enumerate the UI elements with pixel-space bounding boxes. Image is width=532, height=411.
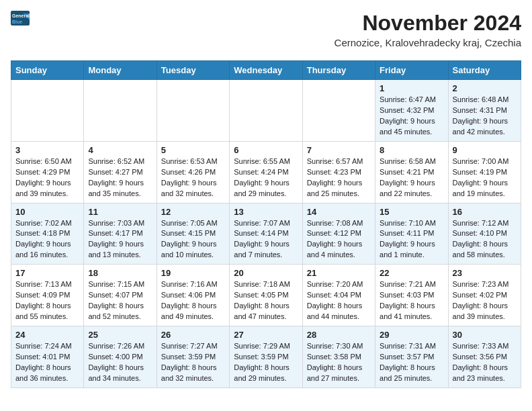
day-number: 20 <box>234 268 298 278</box>
day-info: Sunrise: 7:27 AM Sunset: 3:59 PM Dayligh… <box>161 341 225 384</box>
day-info: Sunrise: 6:57 AM Sunset: 4:23 PM Dayligh… <box>307 156 371 199</box>
day-info: Sunrise: 7:08 AM Sunset: 4:12 PM Dayligh… <box>307 218 371 261</box>
calendar-cell: 19Sunrise: 7:16 AM Sunset: 4:06 PM Dayli… <box>157 265 229 326</box>
calendar-cell: 26Sunrise: 7:27 AM Sunset: 3:59 PM Dayli… <box>157 326 229 388</box>
day-number: 24 <box>15 330 79 340</box>
day-number: 5 <box>161 145 225 155</box>
col-header-wednesday: Wednesday <box>230 61 302 80</box>
calendar-cell: 23Sunrise: 7:23 AM Sunset: 4:02 PM Dayli… <box>448 265 521 326</box>
day-number: 16 <box>453 207 517 217</box>
calendar-cell: 4Sunrise: 6:52 AM Sunset: 4:27 PM Daylig… <box>84 141 157 203</box>
day-info: Sunrise: 7:33 AM Sunset: 3:56 PM Dayligh… <box>453 341 517 384</box>
calendar-cell: 18Sunrise: 7:15 AM Sunset: 4:07 PM Dayli… <box>84 265 157 326</box>
day-info: Sunrise: 7:10 AM Sunset: 4:11 PM Dayligh… <box>380 218 443 261</box>
day-number: 2 <box>453 83 517 93</box>
day-number: 8 <box>380 145 443 155</box>
page-title: November 2024 <box>335 11 521 36</box>
day-number: 29 <box>380 330 443 340</box>
col-header-tuesday: Tuesday <box>157 61 229 80</box>
day-number: 27 <box>234 330 298 340</box>
logo: General Blue <box>11 11 31 26</box>
day-number: 3 <box>15 145 79 155</box>
calendar-cell: 21Sunrise: 7:20 AM Sunset: 4:04 PM Dayli… <box>302 265 375 326</box>
day-number: 18 <box>88 268 152 278</box>
day-info: Sunrise: 6:48 AM Sunset: 4:31 PM Dayligh… <box>453 95 517 138</box>
day-info: Sunrise: 7:02 AM Sunset: 4:18 PM Dayligh… <box>15 218 79 261</box>
day-info: Sunrise: 7:16 AM Sunset: 4:06 PM Dayligh… <box>161 279 225 322</box>
col-header-monday: Monday <box>84 61 157 80</box>
calendar-cell: 13Sunrise: 7:07 AM Sunset: 4:14 PM Dayli… <box>230 203 302 265</box>
day-number: 17 <box>15 268 79 278</box>
day-info: Sunrise: 7:20 AM Sunset: 4:04 PM Dayligh… <box>307 279 371 322</box>
day-info: Sunrise: 7:26 AM Sunset: 4:00 PM Dayligh… <box>88 341 152 384</box>
day-info: Sunrise: 7:00 AM Sunset: 4:19 PM Dayligh… <box>453 156 517 199</box>
day-number: 13 <box>234 207 298 217</box>
calendar-cell <box>11 80 84 142</box>
day-number: 21 <box>307 268 371 278</box>
col-header-friday: Friday <box>375 61 448 80</box>
day-number: 23 <box>453 268 517 278</box>
day-number: 30 <box>453 330 517 340</box>
calendar-cell: 29Sunrise: 7:31 AM Sunset: 3:57 PM Dayli… <box>375 326 448 388</box>
calendar-cell: 14Sunrise: 7:08 AM Sunset: 4:12 PM Dayli… <box>302 203 375 265</box>
calendar-cell: 24Sunrise: 7:24 AM Sunset: 4:01 PM Dayli… <box>11 326 84 388</box>
day-info: Sunrise: 7:21 AM Sunset: 4:03 PM Dayligh… <box>380 279 443 322</box>
calendar-cell: 12Sunrise: 7:05 AM Sunset: 4:15 PM Dayli… <box>157 203 229 265</box>
col-header-sunday: Sunday <box>11 61 84 80</box>
calendar-cell: 3Sunrise: 6:50 AM Sunset: 4:29 PM Daylig… <box>11 141 84 203</box>
calendar-cell: 16Sunrise: 7:12 AM Sunset: 4:10 PM Dayli… <box>448 203 521 265</box>
svg-text:General: General <box>12 13 30 18</box>
calendar-cell: 7Sunrise: 6:57 AM Sunset: 4:23 PM Daylig… <box>302 141 375 203</box>
calendar-cell <box>84 80 157 142</box>
day-number: 7 <box>307 145 371 155</box>
day-number: 26 <box>161 330 225 340</box>
calendar-cell: 27Sunrise: 7:29 AM Sunset: 3:59 PM Dayli… <box>230 326 302 388</box>
day-number: 22 <box>380 268 443 278</box>
day-info: Sunrise: 7:03 AM Sunset: 4:17 PM Dayligh… <box>88 218 152 261</box>
day-number: 19 <box>161 268 225 278</box>
day-info: Sunrise: 7:30 AM Sunset: 3:58 PM Dayligh… <box>307 341 371 384</box>
day-number: 4 <box>88 145 152 155</box>
col-header-saturday: Saturday <box>448 61 521 80</box>
calendar-cell: 2Sunrise: 6:48 AM Sunset: 4:31 PM Daylig… <box>448 80 521 142</box>
calendar-cell: 11Sunrise: 7:03 AM Sunset: 4:17 PM Dayli… <box>84 203 157 265</box>
day-number: 11 <box>88 207 152 217</box>
day-info: Sunrise: 7:18 AM Sunset: 4:05 PM Dayligh… <box>234 279 298 322</box>
day-number: 14 <box>307 207 371 217</box>
day-info: Sunrise: 7:29 AM Sunset: 3:59 PM Dayligh… <box>234 341 298 384</box>
day-info: Sunrise: 7:24 AM Sunset: 4:01 PM Dayligh… <box>15 341 79 384</box>
day-info: Sunrise: 7:31 AM Sunset: 3:57 PM Dayligh… <box>380 341 443 384</box>
day-info: Sunrise: 7:13 AM Sunset: 4:09 PM Dayligh… <box>15 279 79 322</box>
calendar-cell: 15Sunrise: 7:10 AM Sunset: 4:11 PM Dayli… <box>375 203 448 265</box>
calendar-cell: 25Sunrise: 7:26 AM Sunset: 4:00 PM Dayli… <box>84 326 157 388</box>
day-info: Sunrise: 7:15 AM Sunset: 4:07 PM Dayligh… <box>88 279 152 322</box>
calendar-cell: 22Sunrise: 7:21 AM Sunset: 4:03 PM Dayli… <box>375 265 448 326</box>
day-number: 1 <box>380 83 443 93</box>
day-info: Sunrise: 7:07 AM Sunset: 4:14 PM Dayligh… <box>234 218 298 261</box>
day-number: 28 <box>307 330 371 340</box>
calendar-cell <box>302 80 375 142</box>
calendar-cell: 9Sunrise: 7:00 AM Sunset: 4:19 PM Daylig… <box>448 141 521 203</box>
svg-text:Blue: Blue <box>12 19 22 24</box>
calendar-cell: 8Sunrise: 6:58 AM Sunset: 4:21 PM Daylig… <box>375 141 448 203</box>
day-info: Sunrise: 7:12 AM Sunset: 4:10 PM Dayligh… <box>453 218 517 261</box>
day-info: Sunrise: 6:52 AM Sunset: 4:27 PM Dayligh… <box>88 156 152 199</box>
calendar-table: SundayMondayTuesdayWednesdayThursdayFrid… <box>11 60 521 388</box>
day-number: 9 <box>453 145 517 155</box>
calendar-cell <box>157 80 229 142</box>
calendar-cell: 28Sunrise: 7:30 AM Sunset: 3:58 PM Dayli… <box>302 326 375 388</box>
calendar-cell: 6Sunrise: 6:55 AM Sunset: 4:24 PM Daylig… <box>230 141 302 203</box>
col-header-thursday: Thursday <box>302 61 375 80</box>
calendar-cell: 10Sunrise: 7:02 AM Sunset: 4:18 PM Dayli… <box>11 203 84 265</box>
page-subtitle: Cernozice, Kralovehradecky kraj, Czechia <box>335 37 521 48</box>
day-number: 15 <box>380 207 443 217</box>
day-info: Sunrise: 6:58 AM Sunset: 4:21 PM Dayligh… <box>380 156 443 199</box>
day-number: 12 <box>161 207 225 217</box>
calendar-cell <box>230 80 302 142</box>
day-number: 10 <box>15 207 79 217</box>
day-info: Sunrise: 6:47 AM Sunset: 4:32 PM Dayligh… <box>380 95 443 138</box>
calendar-cell: 17Sunrise: 7:13 AM Sunset: 4:09 PM Dayli… <box>11 265 84 326</box>
calendar-cell: 20Sunrise: 7:18 AM Sunset: 4:05 PM Dayli… <box>230 265 302 326</box>
day-info: Sunrise: 7:05 AM Sunset: 4:15 PM Dayligh… <box>161 218 225 261</box>
calendar-cell: 1Sunrise: 6:47 AM Sunset: 4:32 PM Daylig… <box>375 80 448 142</box>
